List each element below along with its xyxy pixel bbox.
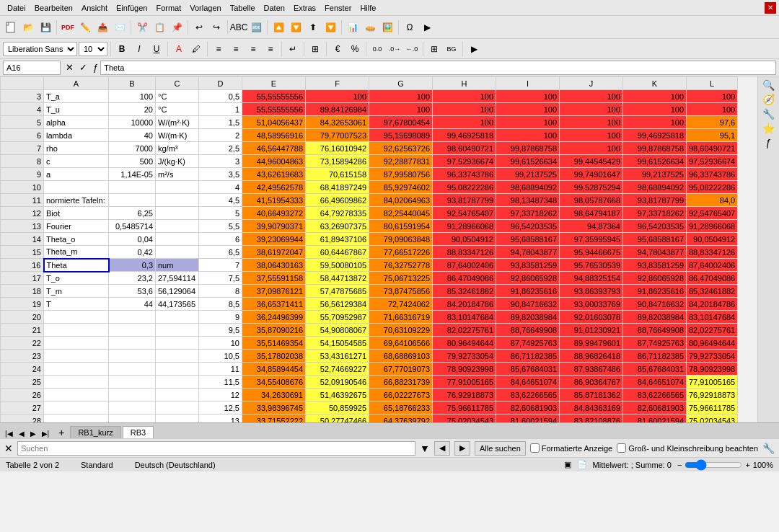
cell-L16[interactable]: 87,64002406 xyxy=(687,259,738,272)
cell-G11[interactable]: 84,02064963 xyxy=(369,194,433,207)
cell-I14[interactable]: 95,68588167 xyxy=(496,233,560,246)
cell-C15[interactable] xyxy=(156,246,199,259)
align-center-button[interactable]: ≡ xyxy=(228,41,244,57)
cell-H10[interactable]: 95,08222286 xyxy=(433,181,496,194)
cell-G7[interactable]: 92,62563726 xyxy=(369,142,433,155)
cell-L20[interactable]: 83,10147684 xyxy=(687,311,738,324)
cell-C12[interactable] xyxy=(156,207,199,220)
cell-K18[interactable]: 91,86235616 xyxy=(623,285,687,298)
cell-H19[interactable]: 84,20184786 xyxy=(433,298,496,311)
cell-E15[interactable]: 38,61972047 xyxy=(242,246,306,259)
case-sensitive-label[interactable]: Groß- und Kleinschreibung beachten xyxy=(617,443,758,453)
cell-H5[interactable]: 100 xyxy=(433,116,496,129)
cut-button[interactable]: ✂️ xyxy=(134,19,150,35)
cell-K17[interactable]: 92,86065928 xyxy=(623,272,687,285)
cell-L11[interactable]: 84,0 xyxy=(687,194,738,207)
cell-A6[interactable]: lambda xyxy=(44,129,109,142)
cell-A22[interactable] xyxy=(44,337,109,350)
cell-D9[interactable]: 3,5 xyxy=(199,168,242,181)
cell-G19[interactable]: 72,7424062 xyxy=(369,298,433,311)
row-header[interactable]: 11 xyxy=(1,194,44,207)
row-header[interactable]: 28 xyxy=(1,414,44,423)
row-header[interactable]: 17 xyxy=(1,272,44,285)
new-button[interactable] xyxy=(3,19,19,35)
cell-H4[interactable]: 100 xyxy=(433,103,496,116)
sidebar-functions-icon[interactable]: ƒ xyxy=(766,137,772,148)
cell-I25[interactable]: 84,64651074 xyxy=(496,376,560,389)
formatted-display-label[interactable]: Formatierte Anzeige xyxy=(530,443,612,453)
cell-G16[interactable]: 76,32752778 xyxy=(369,259,433,272)
cell-F22[interactable]: 54,15054585 xyxy=(306,337,369,350)
cell-J10[interactable]: 99,52875294 xyxy=(560,181,623,194)
cell-E20[interactable]: 36,24496399 xyxy=(242,311,306,324)
cell-J11[interactable]: 98,05787668 xyxy=(560,194,623,207)
cell-F24[interactable]: 52,74669227 xyxy=(306,363,369,376)
col-header-K[interactable]: K xyxy=(623,77,687,90)
cell-J12[interactable]: 98,64794187 xyxy=(560,207,623,220)
cell-F27[interactable]: 50,859925 xyxy=(306,402,369,414)
percent-button[interactable]: % xyxy=(347,41,363,57)
cell-G26[interactable]: 66,02227673 xyxy=(369,389,433,402)
cell-F25[interactable]: 52,09190546 xyxy=(306,376,369,389)
col-header-B[interactable]: B xyxy=(109,77,156,90)
tab-first-button[interactable]: |◀ xyxy=(3,429,15,438)
underline-button[interactable]: U xyxy=(149,41,164,57)
cell-C21[interactable] xyxy=(156,324,199,337)
highlight-button[interactable]: 🖊 xyxy=(188,41,204,57)
cell-K26[interactable]: 83,62266565 xyxy=(623,389,687,402)
menu-datei[interactable]: Datei xyxy=(3,2,30,14)
cell-K11[interactable]: 93,81787799 xyxy=(623,194,687,207)
cell-D22[interactable]: 10 xyxy=(199,337,242,350)
cell-K13[interactable]: 96,54203535 xyxy=(623,220,687,233)
cell-J13[interactable]: 94,87364 xyxy=(560,220,623,233)
justify-button[interactable]: ≡ xyxy=(263,41,278,57)
cell-B16[interactable]: 0,3 xyxy=(109,259,156,272)
cell-K20[interactable]: 89,82038984 xyxy=(623,311,687,324)
row-header[interactable]: 23 xyxy=(1,350,44,363)
decimal-inc-button[interactable]: .0→ xyxy=(387,41,402,57)
export-button[interactable]: 📤 xyxy=(94,19,110,35)
cell-K16[interactable]: 93,83581259 xyxy=(623,259,687,272)
cell-D14[interactable]: 6 xyxy=(199,233,242,246)
cell-B27[interactable] xyxy=(109,402,156,414)
cell-E12[interactable]: 40,66493272 xyxy=(242,207,306,220)
cell-F11[interactable]: 66,49609862 xyxy=(306,194,369,207)
chart-button[interactable]: 📊 xyxy=(345,19,361,35)
menu-ansicht[interactable]: Ansicht xyxy=(77,2,112,14)
cell-I17[interactable]: 92,86065928 xyxy=(496,272,560,285)
cell-A7[interactable]: rho xyxy=(44,142,109,155)
cell-H27[interactable]: 75,96611785 xyxy=(433,402,496,414)
cell-K28[interactable]: 81,60021594 xyxy=(623,414,687,423)
copy-button[interactable]: 📋 xyxy=(151,19,167,35)
cell-D24[interactable]: 11 xyxy=(199,363,242,376)
cell-D4[interactable]: 1 xyxy=(199,103,242,116)
cell-J27[interactable]: 84,84363169 xyxy=(560,402,623,414)
row-header[interactable]: 18 xyxy=(1,285,44,298)
cell-F23[interactable]: 53,43161271 xyxy=(306,350,369,363)
cell-E7[interactable]: 46,56447788 xyxy=(242,142,306,155)
cell-G8[interactable]: 92,28877831 xyxy=(369,155,433,168)
cell-G3[interactable]: 100 xyxy=(369,90,433,103)
search-dropdown-button[interactable]: ▼ xyxy=(420,443,430,454)
cell-I15[interactable]: 94,78043877 xyxy=(496,246,560,259)
sort-button[interactable]: ⬆ xyxy=(305,19,321,35)
cell-D21[interactable]: 9,5 xyxy=(199,324,242,337)
gallery-button[interactable]: 🖼️ xyxy=(379,19,395,35)
cell-F4[interactable]: 89,84126984 xyxy=(306,103,369,116)
cell-J7[interactable]: 100 xyxy=(560,142,623,155)
row-header[interactable]: 27 xyxy=(1,402,44,414)
cell-G18[interactable]: 73,87475856 xyxy=(369,285,433,298)
cell-A9[interactable]: a xyxy=(44,168,109,181)
cell-G5[interactable]: 97,67800454 xyxy=(369,116,433,129)
col-header-G[interactable]: G xyxy=(369,77,433,90)
cell-B7[interactable]: 7000 xyxy=(109,142,156,155)
cell-J22[interactable]: 89,99479601 xyxy=(560,337,623,350)
cell-D7[interactable]: 2,5 xyxy=(199,142,242,155)
cell-J20[interactable]: 92,01603078 xyxy=(560,311,623,324)
cell-H22[interactable]: 80,96494644 xyxy=(433,337,496,350)
cell-B8[interactable]: 500 xyxy=(109,155,156,168)
cell-G12[interactable]: 82,25440045 xyxy=(369,207,433,220)
cell-I16[interactable]: 93,83581259 xyxy=(496,259,560,272)
formatted-display-checkbox[interactable] xyxy=(530,443,540,453)
cell-A5[interactable]: alpha xyxy=(44,116,109,129)
